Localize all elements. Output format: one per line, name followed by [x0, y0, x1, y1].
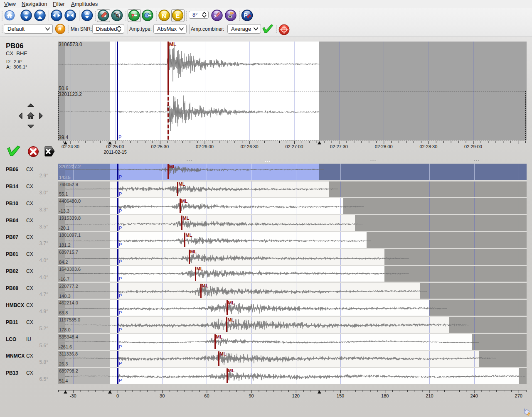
- svg-text:C: C: [118, 15, 121, 19]
- svg-text:E: E: [176, 12, 180, 19]
- svg-text:#: #: [58, 26, 62, 32]
- svg-text:P: P: [244, 12, 248, 19]
- svg-text:IP: IP: [230, 11, 234, 15]
- svg-text:N: N: [162, 12, 166, 19]
- svg-text:P: P: [131, 12, 135, 19]
